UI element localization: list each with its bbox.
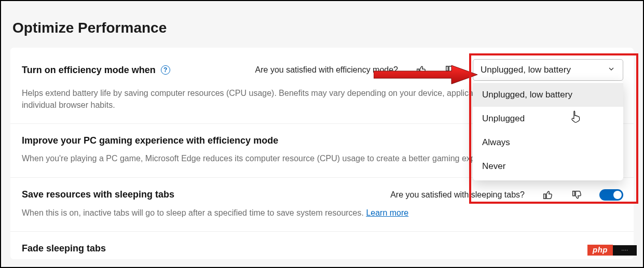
sleeping-feedback-question: Are you satisfied with sleeping tabs? <box>390 190 525 200</box>
help-icon[interactable]: ? <box>161 65 170 75</box>
dropdown-option[interactable]: Always <box>473 131 623 154</box>
efficiency-mode-row: Turn on efficiency mode when ? Are you s… <box>10 48 634 124</box>
efficiency-feedback-question: Are you satisfied with efficiency mode? <box>255 65 398 75</box>
efficiency-mode-selected: Unplugged, low battery <box>481 65 571 75</box>
sleeping-tabs-toggle[interactable] <box>599 189 623 201</box>
sleeping-feedback: Are you satisfied with sleeping tabs? <box>390 189 583 201</box>
sleeping-tabs-title: Save resources with sleeping tabs <box>22 189 174 200</box>
sleeping-tabs-row: Save resources with sleeping tabs Are yo… <box>10 178 634 232</box>
gaming-description: When you're playing a PC game, Microsoft… <box>22 152 541 164</box>
efficiency-mode-dropdown[interactable]: Unplugged, low battery <box>473 59 623 81</box>
thumbs-up-icon[interactable] <box>542 189 554 201</box>
sleeping-tabs-description: When this is on, inactive tabs will go t… <box>22 207 541 219</box>
efficiency-mode-dropdown-menu: Unplugged, low battery Unplugged Always … <box>473 81 623 180</box>
page-title: Optimize Performance <box>12 20 634 36</box>
efficiency-mode-title: Turn on efficiency mode when <box>22 65 156 76</box>
dropdown-option[interactable]: Unplugged <box>473 107 623 131</box>
optimize-performance-card: Turn on efficiency mode when ? Are you s… <box>10 48 634 259</box>
chevron-down-icon <box>607 65 615 76</box>
efficiency-mode-description: Helps extend battery life by saving comp… <box>22 87 541 111</box>
thumbs-down-icon[interactable] <box>571 189 583 201</box>
learn-more-link[interactable]: Learn more <box>366 208 408 217</box>
thumbs-down-icon[interactable] <box>445 64 456 76</box>
fade-tabs-row: Fade sleeping tabs <box>10 232 634 259</box>
efficiency-feedback: Are you satisfied with efficiency mode? <box>255 64 456 76</box>
dropdown-option[interactable]: Unplugged, low battery <box>473 83 623 107</box>
gaming-title: Improve your PC gaming experience with e… <box>22 135 278 146</box>
watermark-badge: php ···· <box>587 245 637 256</box>
watermark-brand: php <box>587 245 613 256</box>
watermark-tag: ···· <box>613 245 637 256</box>
fade-tabs-title: Fade sleeping tabs <box>22 243 106 253</box>
dropdown-option[interactable]: Never <box>473 154 623 178</box>
thumbs-up-icon[interactable] <box>416 64 427 76</box>
